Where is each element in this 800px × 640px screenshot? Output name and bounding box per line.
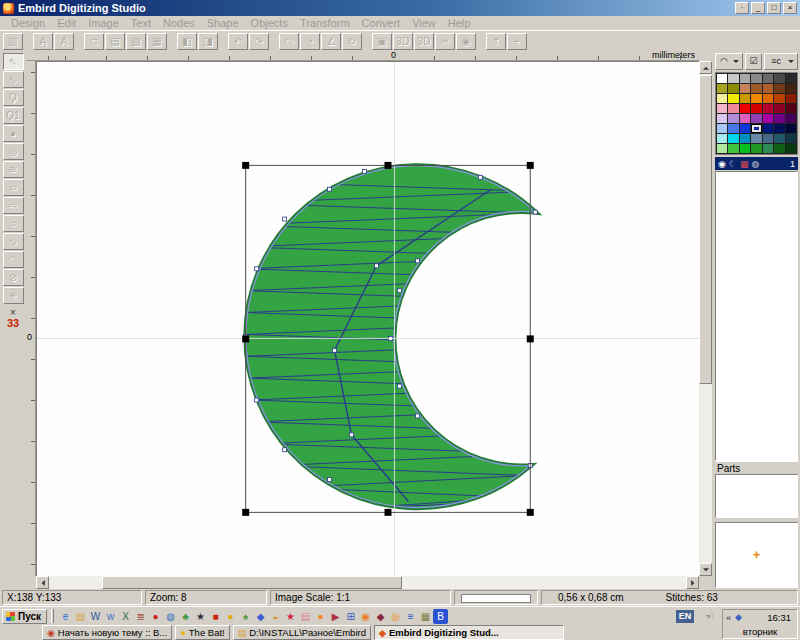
menu-item[interactable]: Convert <box>356 17 407 29</box>
palette-color-cell[interactable] <box>786 104 796 113</box>
palette-color-cell[interactable] <box>717 134 727 143</box>
tray-expand-chevron[interactable]: « <box>726 612 731 623</box>
palette-color-cell[interactable] <box>786 144 796 153</box>
palette-color-cell[interactable] <box>763 104 773 113</box>
undo[interactable]: ↶ <box>228 33 248 50</box>
parts-preview[interactable]: + <box>715 522 798 588</box>
settings-gear-tool[interactable]: ✳ <box>3 287 24 304</box>
palette-color-cell[interactable] <box>751 114 761 123</box>
minimize[interactable]: _ <box>751 2 765 14</box>
node-edit-tool[interactable]: ⇖ <box>3 71 24 88</box>
restore[interactable]: □ <box>767 2 781 14</box>
media-player-red[interactable]: ● <box>148 609 163 624</box>
palette-color-cell[interactable] <box>740 114 750 123</box>
taskbar-window-button[interactable]: ● The Bat! <box>175 625 229 640</box>
menu-item[interactable]: Shape <box>201 17 245 29</box>
new-design[interactable]: □ <box>84 33 104 50</box>
leaf-app[interactable]: ♠ <box>238 609 253 624</box>
palette-color-cell[interactable] <box>763 94 773 103</box>
palette-color-cell[interactable] <box>717 124 727 133</box>
palette-color-cell[interactable] <box>728 94 738 103</box>
angle-tool[interactable]: ∠ <box>321 33 341 50</box>
curve-style-select[interactable]: ◠ <box>715 53 743 70</box>
palette-color-cell[interactable] <box>717 144 727 153</box>
copy[interactable]: ◧ <box>177 33 197 50</box>
redo[interactable]: ↷ <box>249 33 269 50</box>
menu-item[interactable]: Image <box>82 17 125 29</box>
close[interactable]: × <box>783 2 797 14</box>
freeform-shape-tool[interactable]: ○ <box>3 215 24 232</box>
octagon-shape-tool[interactable]: ⊘ <box>3 269 24 286</box>
menu-item[interactable]: View <box>406 17 442 29</box>
fill-hole-tool[interactable]: ◎ <box>3 143 24 160</box>
palette-color-cell[interactable] <box>728 104 738 113</box>
rollup[interactable]: · <box>735 2 749 14</box>
palette-color-cell[interactable] <box>786 134 796 143</box>
palette-color-cell[interactable] <box>717 104 727 113</box>
red-square-app[interactable]: ■ <box>208 609 223 624</box>
vertical-scroll-thumb[interactable] <box>699 75 712 384</box>
language-indicator[interactable]: EN <box>676 610 694 623</box>
parts-list[interactable] <box>715 474 798 518</box>
menu-item[interactable]: Transform <box>294 17 356 29</box>
palette-color-cell[interactable] <box>763 84 773 93</box>
palette-color-cell[interactable] <box>774 144 784 153</box>
column-shape-tool[interactable]: ▱ <box>3 179 24 196</box>
palette-color-cell[interactable] <box>774 94 784 103</box>
needle-point[interactable]: ⇡ <box>486 33 506 50</box>
media-red-app[interactable]: ▶ <box>328 609 343 624</box>
design-canvas[interactable] <box>36 61 699 576</box>
blue-diamond-app[interactable]: ◆ <box>253 609 268 624</box>
palette-color-cell[interactable] <box>740 94 750 103</box>
scroll-right-button[interactable] <box>686 576 699 589</box>
palette-color-cell[interactable] <box>751 84 761 93</box>
trim-stitches[interactable]: ✂ <box>435 33 455 50</box>
tray-app-icon[interactable]: ◆ <box>735 612 742 622</box>
palette-color-cell[interactable] <box>717 114 727 123</box>
menu-item[interactable]: Objects <box>245 17 294 29</box>
palette-color-cell[interactable] <box>751 134 761 143</box>
object-list-row-selected[interactable]: ◉ ☾ ▩ ◍ 1 <box>715 157 798 170</box>
excel[interactable]: X <box>118 609 133 624</box>
palette-color-cell[interactable] <box>740 84 750 93</box>
palette-color-cell[interactable] <box>728 124 738 133</box>
blue-lines-app[interactable]: ≡ <box>403 609 418 624</box>
palette-color-cell[interactable] <box>740 74 750 83</box>
palette-color-cell[interactable] <box>786 124 796 133</box>
palette-color-cell[interactable] <box>786 74 796 83</box>
palette-color-cell[interactable] <box>740 144 750 153</box>
palette-color-cell[interactable] <box>717 84 727 93</box>
palette-color-cell[interactable] <box>728 134 738 143</box>
taskbar-window-button[interactable]: ▤ D:\INSTALL\Разное\Embird <box>233 625 371 640</box>
palette-color-cell[interactable] <box>774 124 784 133</box>
start-button[interactable]: Пуск <box>2 609 47 624</box>
horizontal-scrollbar[interactable] <box>36 576 699 589</box>
palette-color-cell[interactable] <box>728 84 738 93</box>
palette-color-cell[interactable] <box>740 104 750 113</box>
hatch-fill-tool[interactable]: ≋ <box>3 161 24 178</box>
save-design[interactable]: ▦ <box>147 33 167 50</box>
zoom-1to1-tool[interactable]: Ϙ1 <box>3 107 24 124</box>
globe-app[interactable]: ◍ <box>163 609 178 624</box>
menu-item[interactable]: Nodes <box>157 17 201 29</box>
image-visibility[interactable]: ◉ <box>456 33 476 50</box>
menu-item[interactable]: Edit <box>51 17 82 29</box>
palette-color-cell[interactable] <box>763 114 773 123</box>
orange-ball-app[interactable]: ● <box>313 609 328 624</box>
palette-color-cell[interactable] <box>740 124 750 133</box>
red-star-app[interactable]: ★ <box>283 609 298 624</box>
palette-color-cell[interactable] <box>786 114 796 123</box>
paste[interactable]: ◨ <box>198 33 218 50</box>
orange-ring-app[interactable]: ◎ <box>388 609 403 624</box>
palette-color-cell[interactable] <box>751 74 761 83</box>
scroll-up-button[interactable] <box>699 61 712 74</box>
object-list[interactable] <box>715 171 798 461</box>
palette-color-cell[interactable] <box>751 144 761 153</box>
sew-simulator[interactable]: ▣ <box>372 33 392 50</box>
palette-color-cell[interactable] <box>763 134 773 143</box>
palette-color-cell[interactable] <box>728 144 738 153</box>
palette-color-cell[interactable] <box>774 74 784 83</box>
hand-tray-icon[interactable]: ☜ <box>704 610 714 623</box>
lettering-transform[interactable]: A <box>54 33 74 50</box>
documents-folder[interactable]: ▤ <box>73 609 88 624</box>
